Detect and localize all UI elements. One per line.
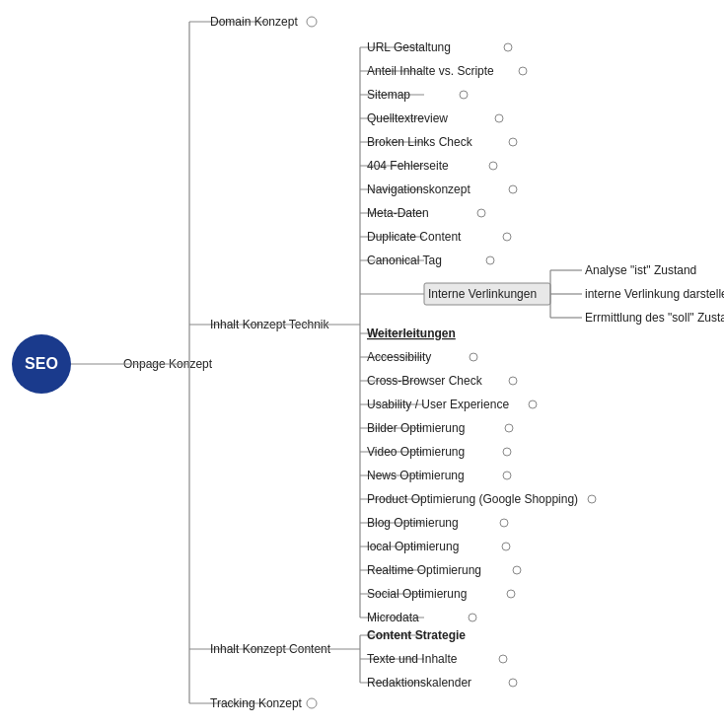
circle-redakt — [509, 679, 517, 687]
circle-realtime — [513, 566, 521, 574]
circle-canon — [486, 256, 494, 264]
domain-konzept-label: Domain Konzept — [210, 15, 298, 29]
circle-404 — [489, 162, 497, 170]
meta-daten-label: Meta-Daten — [367, 206, 429, 220]
circle-product — [588, 495, 596, 503]
domain-circle — [307, 17, 317, 27]
sitemap-label: Sitemap — [367, 88, 410, 102]
circle-anteil — [519, 67, 527, 75]
cross-browser-label: Cross-Browser Check — [367, 374, 483, 388]
circle-dup — [503, 233, 511, 241]
social-optimierung-label: Social Optimierung — [367, 587, 467, 601]
mindmap-svg: SEO Onpage Konzept Domain Konzept Tracki… — [0, 0, 724, 728]
usability-label: Usability / User Experience — [367, 398, 509, 411]
verlinkung-darstellen-label: interne Verlinkung darstellen — [585, 287, 724, 301]
circle-url — [504, 43, 512, 51]
broken-links-label: Broken Links Check — [367, 135, 473, 149]
circle-quell — [495, 114, 503, 122]
texte-inhalte-label: Texte und Inhalte — [367, 652, 458, 666]
content-strategie-label: Content Strategie — [367, 628, 466, 642]
analyse-ist-label: Analyse "ist" Zustand — [585, 263, 696, 277]
circle-social — [507, 590, 515, 598]
url-gestaltung-label: URL Gestaltung — [367, 40, 451, 54]
duplicate-content-label: Duplicate Content — [367, 230, 462, 244]
microdata-label: Microdata — [367, 611, 419, 624]
tracking-konzept-label: Tracking Konzept — [210, 696, 303, 710]
blog-optimierung-label: Blog Optimierung — [367, 516, 459, 530]
circle-cross — [509, 377, 517, 385]
circle-video — [503, 448, 511, 456]
errmittlung-soll-label: Errmittlung des "soll" Zustands — [585, 311, 724, 325]
navigationskonzept-label: Navigationskonzept — [367, 182, 471, 196]
circle-broken — [509, 138, 517, 146]
weiterleitungen-label: Weiterleitungen — [367, 327, 456, 340]
video-optimierung-label: Video Optimierung — [367, 445, 465, 459]
circle-bilder — [505, 424, 513, 432]
realtime-optimierung-label: Realtime Optimierung — [367, 563, 481, 577]
redaktionskalender-label: Redaktionskalender — [367, 676, 471, 690]
circle-usab — [529, 400, 537, 408]
quelltextreview-label: Quelltextreview — [367, 111, 448, 125]
tracking-circle — [307, 698, 317, 708]
circle-news — [503, 472, 511, 479]
circle-texte — [499, 655, 507, 663]
local-optimierung-label: local Optimierung — [367, 540, 459, 553]
circle-local — [502, 543, 510, 550]
bilder-optimierung-label: Bilder Optimierung — [367, 421, 465, 435]
circle-access — [470, 353, 477, 361]
circle-blog — [500, 519, 508, 527]
canonical-tag-label: Canonical Tag — [367, 254, 442, 267]
product-optimierung-label: Product Optimierung (Google Shopping) — [367, 492, 578, 506]
circle-micro — [469, 614, 476, 621]
circle-meta — [477, 209, 485, 217]
anteil-label: Anteil Inhalte vs. Scripte — [367, 64, 494, 78]
interne-verlinkungen-label: Interne Verlinkungen — [428, 287, 537, 301]
circle-sitemap — [460, 91, 468, 99]
news-optimierung-label: News Optimierung — [367, 469, 465, 482]
seo-root-label: SEO — [25, 355, 58, 372]
accessibility-label: Accessibility — [367, 350, 431, 364]
circle-nav — [509, 185, 517, 193]
fehlerseite-label: 404 Fehlerseite — [367, 159, 449, 173]
